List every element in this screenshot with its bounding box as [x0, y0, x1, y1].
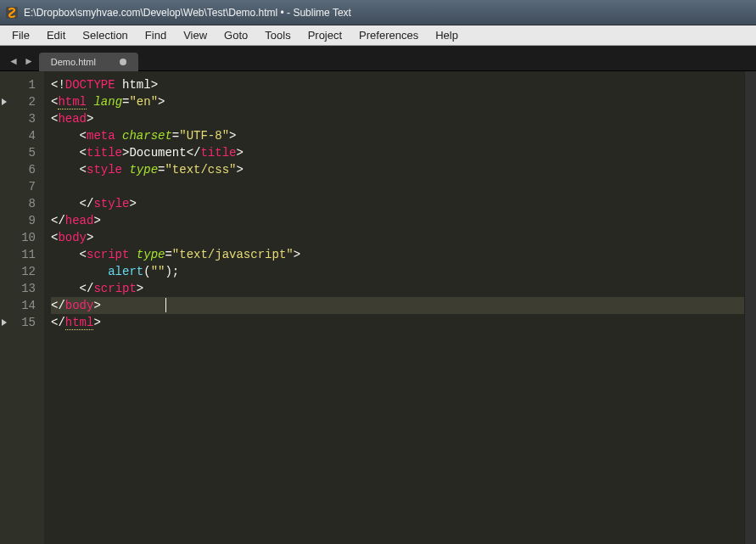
menu-find[interactable]: Find [137, 25, 175, 45]
menu-goto[interactable]: Goto [216, 25, 256, 45]
app-icon [5, 6, 19, 20]
line-number[interactable]: 8 [0, 195, 44, 212]
code-line[interactable]: <html lang="en"> [51, 93, 756, 110]
code-line[interactable]: </body> [51, 297, 756, 314]
code-line[interactable]: <meta charset="UTF-8"> [51, 127, 756, 144]
tab-demo-html[interactable]: Demo.html [39, 53, 138, 71]
line-number[interactable]: 9 [0, 212, 44, 229]
code-line[interactable]: </head> [51, 212, 756, 229]
code-line[interactable]: <!DOCTYPE html> [51, 76, 756, 93]
line-number[interactable]: 7 [0, 178, 44, 195]
menu-preferences[interactable]: Preferences [350, 25, 427, 45]
menubar: File Edit Selection Find View Goto Tools… [0, 25, 756, 46]
gutter[interactable]: 123456789101112131415 [0, 71, 44, 544]
menu-help[interactable]: Help [427, 25, 467, 45]
dirty-indicator-icon [120, 59, 126, 65]
code-line[interactable]: alert(""); [51, 263, 756, 280]
menu-view[interactable]: View [175, 25, 216, 45]
line-number[interactable]: 11 [0, 246, 44, 263]
code-line[interactable]: </style> [51, 195, 756, 212]
code-area[interactable]: <!DOCTYPE html><html lang="en"><head> <m… [44, 71, 756, 544]
nav-back-icon[interactable]: ◄ [8, 55, 19, 67]
line-number[interactable]: 4 [0, 127, 44, 144]
line-number[interactable]: 12 [0, 263, 44, 280]
tab-bar: ◄ ► Demo.html [0, 46, 756, 71]
editor[interactable]: 123456789101112131415 <!DOCTYPE html><ht… [0, 71, 756, 544]
line-number[interactable]: 10 [0, 229, 44, 246]
titlebar[interactable]: E:\Dropbox\smyhvae.com\Develop\Web\Test\… [0, 0, 756, 25]
tab-nav-arrows: ◄ ► [7, 55, 39, 70]
line-number[interactable]: 2 [0, 93, 44, 110]
code-line[interactable]: </html> [51, 314, 756, 331]
line-number[interactable]: 15 [0, 314, 44, 331]
code-line[interactable]: <script type="text/javascript"> [51, 246, 756, 263]
code-line[interactable]: <head> [51, 110, 756, 127]
menu-selection[interactable]: Selection [74, 25, 136, 45]
line-number[interactable]: 13 [0, 280, 44, 297]
menu-project[interactable]: Project [300, 25, 350, 45]
nav-forward-icon[interactable]: ► [24, 55, 34, 67]
tab-label: Demo.html [51, 57, 96, 67]
menu-tools[interactable]: Tools [256, 25, 299, 45]
line-number[interactable]: 5 [0, 144, 44, 161]
code-line[interactable]: <body> [51, 229, 756, 246]
vertical-scrollbar[interactable] [744, 71, 756, 544]
text-caret [165, 298, 166, 312]
code-line[interactable] [51, 178, 756, 195]
code-line[interactable]: </script> [51, 280, 756, 297]
line-number[interactable]: 1 [0, 76, 44, 93]
line-number[interactable]: 6 [0, 161, 44, 178]
code-line[interactable]: <title>Document</title> [51, 144, 756, 161]
line-number[interactable]: 3 [0, 110, 44, 127]
menu-edit[interactable]: Edit [38, 25, 74, 45]
code-line[interactable]: <style type="text/css"> [51, 161, 756, 178]
menu-file[interactable]: File [3, 25, 38, 45]
line-number[interactable]: 14 [0, 297, 44, 314]
window-title: E:\Dropbox\smyhvae.com\Develop\Web\Test\… [24, 7, 351, 19]
